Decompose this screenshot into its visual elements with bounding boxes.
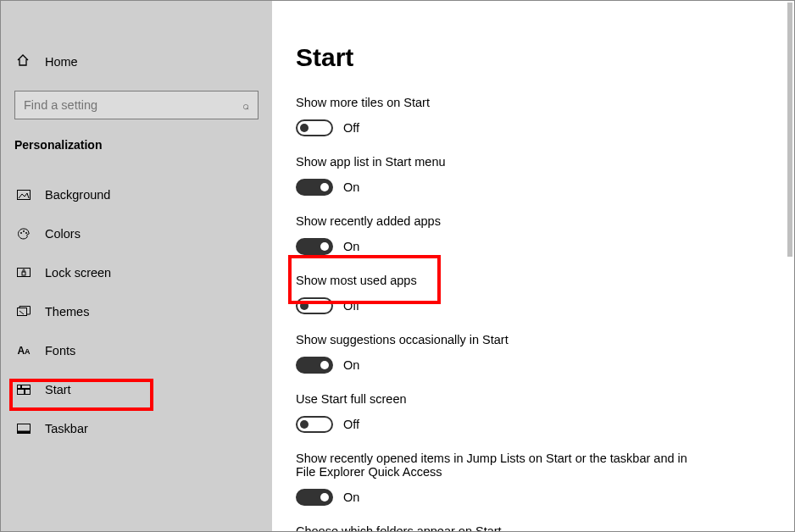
toggle-recent-items[interactable] bbox=[296, 489, 333, 506]
toggle-knob bbox=[320, 183, 329, 191]
sidebar-item-label: Fonts bbox=[45, 344, 75, 357]
sidebar-item-taskbar[interactable]: Taskbar bbox=[1, 409, 272, 448]
setting-recent-items: Show recently opened items in Jump Lists… bbox=[296, 452, 770, 506]
svg-rect-6 bbox=[22, 272, 25, 275]
sidebar-item-fonts[interactable]: AA Fonts bbox=[1, 331, 272, 370]
sidebar: Home ⌕ Personalization Background Colors… bbox=[1, 1, 272, 531]
themes-icon bbox=[16, 306, 31, 318]
toggle-suggestions[interactable] bbox=[296, 357, 333, 374]
toggle-state-text: Off bbox=[343, 418, 359, 431]
toggle-more-tiles[interactable] bbox=[296, 119, 333, 136]
toggle-full-screen[interactable] bbox=[296, 416, 333, 433]
toggle-app-list[interactable] bbox=[296, 179, 333, 196]
toggle-state-text: On bbox=[343, 358, 359, 372]
toggle-state-text: Off bbox=[343, 121, 359, 135]
sidebar-item-label: Taskbar bbox=[45, 422, 88, 435]
setting-more-tiles: Show more tiles on StartOff bbox=[296, 96, 770, 136]
toggle-row: On bbox=[296, 238, 770, 255]
setting-label: Show suggestions occasionally in Start bbox=[296, 333, 770, 346]
sidebar-item-label: Themes bbox=[45, 305, 89, 319]
sidebar-item-themes[interactable]: Themes bbox=[1, 292, 272, 331]
toggle-state-text: On bbox=[343, 180, 359, 194]
setting-suggestions: Show suggestions occasionally in StartOn bbox=[296, 333, 770, 374]
home-label: Home bbox=[45, 55, 78, 69]
svg-point-2 bbox=[20, 232, 22, 234]
svg-rect-9 bbox=[22, 385, 31, 389]
setting-label: Show recently added apps bbox=[296, 214, 770, 228]
toggle-knob bbox=[300, 302, 309, 310]
sidebar-item-lock-screen[interactable]: Lock screen bbox=[1, 253, 272, 292]
sidebar-item-label: Background bbox=[45, 188, 110, 202]
toggle-knob bbox=[300, 124, 309, 132]
toggle-row: On bbox=[296, 357, 770, 374]
sidebar-item-colors[interactable]: Colors bbox=[1, 214, 272, 253]
svg-rect-10 bbox=[18, 390, 25, 395]
toggle-state-text: On bbox=[343, 490, 359, 504]
search-box[interactable]: ⌕ bbox=[14, 91, 259, 119]
palette-icon bbox=[16, 227, 31, 241]
toggle-row: Off bbox=[296, 297, 770, 314]
taskbar-icon bbox=[16, 424, 31, 434]
sidebar-item-label: Lock screen bbox=[45, 266, 111, 280]
setting-label: Show recently opened items in Jump Lists… bbox=[296, 452, 703, 479]
picture-icon bbox=[16, 190, 31, 200]
toggle-knob bbox=[300, 420, 309, 429]
category-heading: Personalization bbox=[1, 138, 272, 152]
home-nav[interactable]: Home bbox=[1, 45, 272, 79]
start-icon bbox=[16, 385, 31, 395]
toggle-knob bbox=[320, 361, 329, 369]
sidebar-item-background[interactable]: Background bbox=[1, 175, 272, 214]
toggle-state-text: On bbox=[343, 240, 359, 253]
setting-app-list: Show app list in Start menuOn bbox=[296, 155, 770, 196]
toggle-row: Off bbox=[296, 416, 770, 433]
lock-screen-icon bbox=[16, 268, 31, 278]
svg-rect-8 bbox=[18, 385, 21, 389]
toggle-row: On bbox=[296, 179, 770, 196]
toggle-row: On bbox=[296, 489, 770, 506]
sidebar-item-label: Colors bbox=[45, 227, 81, 241]
toggle-recent-apps[interactable] bbox=[296, 238, 333, 255]
setting-label: Use Start full screen bbox=[296, 392, 770, 406]
search-icon: ⌕ bbox=[242, 99, 249, 112]
search-container: ⌕ bbox=[14, 91, 259, 119]
svg-rect-11 bbox=[25, 390, 31, 395]
home-icon bbox=[16, 53, 30, 70]
svg-rect-7 bbox=[18, 308, 27, 316]
sidebar-item-start[interactable]: Start bbox=[1, 370, 272, 409]
search-input[interactable] bbox=[24, 98, 242, 112]
toggle-row: Off bbox=[296, 119, 770, 136]
toggle-state-text: Off bbox=[343, 299, 359, 313]
toggle-knob bbox=[320, 242, 329, 251]
setting-label: Show app list in Start menu bbox=[296, 155, 770, 169]
sidebar-item-label: Start bbox=[45, 383, 71, 396]
setting-label: Show most used apps bbox=[296, 274, 770, 287]
choose-folders-link[interactable]: Choose which folders appear on Start bbox=[296, 524, 770, 531]
fonts-icon: AA bbox=[16, 345, 31, 357]
setting-recent-apps: Show recently added appsOn bbox=[296, 214, 770, 255]
setting-label: Show more tiles on Start bbox=[296, 96, 770, 109]
toggle-knob bbox=[320, 493, 329, 502]
vertical-scrollbar[interactable] bbox=[787, 3, 792, 257]
setting-most-used: Show most used appsOff bbox=[296, 274, 770, 314]
content-pane: Start Show more tiles on StartOffShow ap… bbox=[272, 1, 794, 531]
svg-rect-13 bbox=[18, 431, 31, 434]
setting-full-screen: Use Start full screenOff bbox=[296, 392, 770, 433]
svg-point-3 bbox=[23, 230, 25, 232]
toggle-most-used[interactable] bbox=[296, 297, 333, 314]
svg-point-4 bbox=[25, 232, 27, 234]
page-title: Start bbox=[296, 43, 770, 72]
